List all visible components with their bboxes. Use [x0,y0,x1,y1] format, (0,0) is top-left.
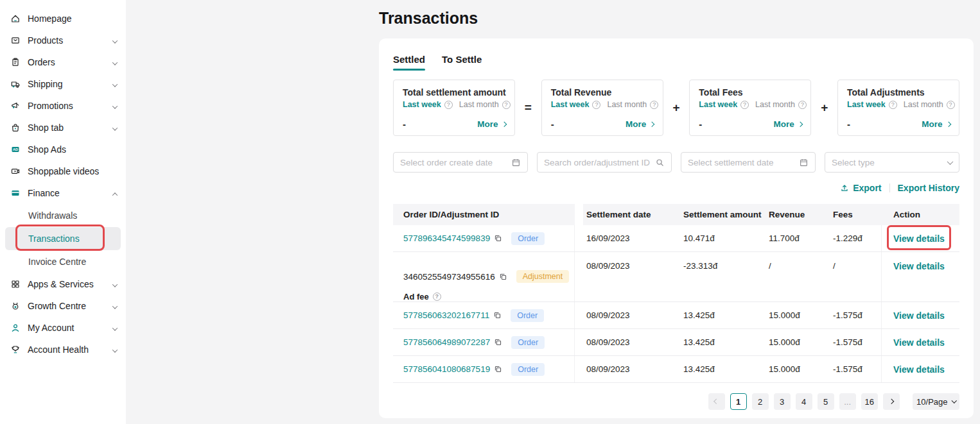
copy-icon[interactable] [494,234,502,242]
copy-icon[interactable] [499,273,507,281]
sidebar-item-label: Growth Centre [28,301,106,311]
last-month-link[interactable]: Last month [904,100,943,109]
sidebar-item-shop-ads[interactable]: AD Shop Ads [0,139,126,160]
sidebar-item-transactions[interactable]: Transactions [5,227,121,250]
sidebar-item-withdrawals[interactable]: Withdrawals [0,204,126,227]
more-link[interactable]: More [477,119,505,129]
question-icon[interactable]: ? [889,101,897,109]
more-link[interactable]: More [626,119,654,129]
sidebar-item-homepage[interactable]: Homepage [0,8,126,30]
sidebar-item-shipping[interactable]: Shipping [0,73,126,95]
promotions-icon [10,101,21,111]
page-button[interactable]: 3 [774,393,791,410]
last-month-link[interactable]: Last month [607,100,647,109]
sidebar-item-shoppable-videos[interactable]: Shoppable videos [0,160,126,182]
search-order-id-field[interactable] [537,152,672,173]
order-badge: Order [511,309,544,322]
summary-card-adjustments: Total Adjustments Last week ? Last month… [837,80,959,136]
order-id-link[interactable]: 577856063202167711 [403,310,489,320]
copy-icon[interactable] [494,365,502,373]
view-details-link[interactable]: View details [893,310,945,321]
page-button[interactable]: 4 [796,393,812,410]
next-page-button[interactable] [883,393,900,410]
export-button[interactable]: Export [840,183,881,193]
sidebar-item-apps-services[interactable]: Apps & Services [0,273,126,295]
prev-page-button[interactable] [708,393,725,410]
copy-icon[interactable] [494,338,502,346]
question-icon[interactable]: ? [502,101,511,109]
page-title: Transactions [379,9,478,28]
chevron-down-icon [113,35,117,46]
question-icon[interactable]: ? [650,101,658,109]
sidebar-item-my-account[interactable]: My Account [0,317,126,339]
sidebar-subitem-label: Transactions [28,233,80,244]
chevron-down-icon [947,158,954,165]
last-month-link[interactable]: Last month [459,100,499,109]
page-button[interactable]: 1 [730,393,747,410]
equals-operator: = [515,101,541,115]
shipping-icon [10,79,21,89]
sidebar-item-label: My Account [28,323,106,333]
last-week-link[interactable]: Last week [699,100,737,109]
question-icon[interactable]: ? [947,101,955,109]
last-month-link[interactable]: Last month [755,100,795,109]
page-button[interactable]: 2 [752,393,769,410]
question-icon[interactable]: ? [433,293,441,301]
view-details-link[interactable]: View details [893,337,945,348]
fees-cell: -1.575đ [821,310,882,320]
order-create-date-input[interactable] [400,158,506,167]
sidebar-item-shop-tab[interactable]: Shop tab [0,117,126,139]
tab-to-settle[interactable]: To Settle [442,54,482,71]
settlement-amount-cell: 13.425đ [672,310,757,320]
summary-value: - [403,119,406,130]
chevron-down-icon [113,101,117,111]
view-details-link[interactable]: View details [893,364,945,375]
more-link[interactable]: More [774,119,802,129]
sidebar-item-finance[interactable]: Finance [0,182,126,204]
type-select[interactable]: Select type [825,152,959,173]
more-link[interactable]: More [922,119,950,129]
order-id-link[interactable]: 577856064989072287 [403,337,490,347]
sidebar-item-invoice-centre[interactable]: Invoice Centre [0,250,126,273]
sidebar-item-label: Shop Ads [28,144,117,155]
last-week-link[interactable]: Last week [403,100,441,109]
fees-cell: -1.229đ [821,233,882,243]
sidebar: Homepage Products Orders Shipping Promot… [0,0,126,424]
question-icon[interactable]: ? [444,101,453,109]
settlement-date-input[interactable] [688,158,794,167]
order-id-link[interactable]: 577896345474599839 [403,233,490,243]
settlement-date-cell: 08/09/2023 [575,337,672,347]
order-id-link[interactable]: 577856041080687519 [403,364,490,374]
question-icon[interactable]: ? [740,101,749,109]
order-create-date-picker[interactable] [393,152,528,173]
sidebar-item-products[interactable]: Products [0,30,126,51]
last-week-link[interactable]: Last week [551,100,590,109]
sidebar-item-promotions[interactable]: Promotions [0,95,126,117]
table-row: 577896345474599839 Order 16/09/2023 10.4… [393,225,959,252]
sidebar-item-account-health[interactable]: Account Health [0,339,126,360]
export-history-button[interactable]: Export History [898,183,959,193]
svg-text:AD: AD [13,148,18,151]
view-details-link[interactable]: View details [893,261,945,271]
sidebar-item-orders[interactable]: Orders [0,51,126,73]
column-header: Order ID/Adjustment ID [393,210,575,219]
transactions-table: Order ID/Adjustment ID Settlement date S… [393,204,959,383]
question-icon[interactable]: ? [798,101,807,109]
page-button[interactable]: 16 [861,393,878,410]
copy-icon[interactable] [493,311,502,319]
question-icon[interactable]: ? [592,101,600,109]
tab-settled[interactable]: Settled [393,54,425,71]
table-header: Order ID/Adjustment ID Settlement date S… [393,204,959,225]
page-button[interactable]: 5 [818,393,834,410]
page-ellipsis[interactable]: ... [839,393,856,410]
home-icon [10,13,21,24]
sidebar-item-growth-centre[interactable]: Growth Centre [0,295,126,317]
summary-card-fees: Total Fees Last week ? Last month ? - Mo… [689,80,811,136]
page-size-select[interactable]: 10/Page [913,393,959,410]
search-order-id-input[interactable] [544,158,650,167]
settlement-date-picker[interactable] [681,152,816,173]
last-week-link[interactable]: Last week [847,100,886,109]
sidebar-item-label: Shipping [28,79,106,89]
summary-value: - [699,119,702,130]
view-details-link[interactable]: View details [893,233,945,244]
